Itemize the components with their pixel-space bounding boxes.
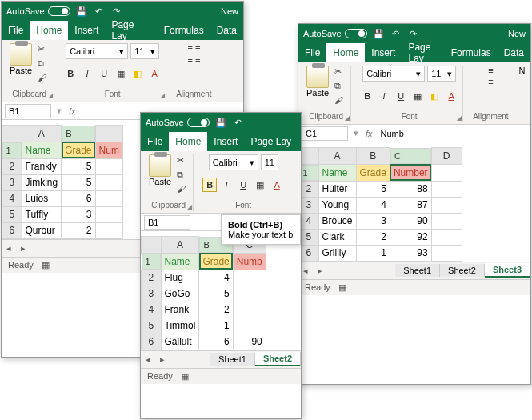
row-header[interactable]: 1	[2, 142, 22, 158]
col-header[interactable]: B	[62, 126, 94, 142]
record-macro-icon[interactable]: ▦	[338, 282, 346, 293]
spreadsheet-grid[interactable]: AB 1NameGradeNum 2Frankly5 3Jimking5 4Lu…	[2, 125, 123, 239]
tab-nav-prev-icon[interactable]: ◂	[141, 354, 155, 365]
col-header[interactable]: D	[431, 148, 462, 165]
copy-icon[interactable]: ⧉	[35, 58, 49, 70]
menu-pagelayout[interactable]: Page Lay	[244, 132, 298, 151]
col-header[interactable]	[95, 126, 122, 142]
cell[interactable]: 4	[199, 270, 233, 286]
dialog-launcher-icon[interactable]: ◢	[457, 114, 462, 122]
row-header[interactable]: 5	[142, 318, 162, 334]
format-painter-icon[interactable]: 🖌	[174, 183, 188, 194]
sheet-tab[interactable]: Sheet1	[395, 264, 440, 277]
row-header[interactable]: 5	[2, 206, 22, 222]
tab-nav-next-icon[interactable]: ▸	[16, 243, 30, 254]
menu-home[interactable]: Home	[326, 43, 365, 62]
menu-file[interactable]: File	[141, 132, 169, 151]
cell[interactable]: Gallult	[161, 334, 199, 350]
cell[interactable]: 3	[356, 213, 390, 229]
italic-button[interactable]: I	[220, 178, 233, 191]
undo-icon[interactable]: ↶	[232, 118, 245, 128]
cell[interactable]: 90	[390, 213, 431, 229]
autosave-toggle[interactable]: AutoSave	[6, 6, 70, 16]
cell[interactable]: Clark	[318, 229, 356, 245]
cell[interactable]: Hulter	[318, 181, 356, 197]
cell[interactable]: Timmol	[161, 318, 199, 334]
font-name-select[interactable]: Calibri▾	[66, 43, 128, 59]
row-header[interactable]: 1	[299, 165, 318, 181]
sheet-tab[interactable]: Sheet2	[440, 264, 485, 277]
cut-icon[interactable]: ✂	[174, 154, 188, 166]
underline-button[interactable]: U	[98, 67, 110, 80]
record-macro-icon[interactable]: ▦	[42, 260, 50, 270]
cell[interactable]: 3	[62, 206, 95, 222]
italic-button[interactable]: I	[378, 90, 390, 102]
fx-cancel-icon[interactable]: ▾	[54, 106, 64, 116]
cell[interactable]: Griilly	[318, 245, 356, 261]
name-box[interactable]: C1	[302, 126, 348, 141]
col-header[interactable]: C	[390, 148, 431, 164]
row-header[interactable]: 6	[2, 222, 22, 238]
name-box[interactable]: B1	[144, 215, 190, 230]
col-header[interactable]: A	[161, 237, 199, 254]
cell[interactable]: Grade	[62, 142, 95, 158]
underline-button[interactable]: U	[237, 178, 250, 191]
menu-pagelayout[interactable]: Page Lay	[105, 21, 157, 40]
cell[interactable]: 6	[199, 334, 233, 350]
cell[interactable]: Number	[390, 164, 431, 181]
cut-icon[interactable]: ✂	[332, 66, 346, 78]
paste-button[interactable]: Paste	[149, 154, 171, 194]
cell[interactable]: Grade	[199, 253, 233, 270]
row-header[interactable]: 5	[299, 229, 319, 245]
save-icon[interactable]: 💾	[75, 6, 88, 17]
row-header[interactable]: 4	[2, 190, 22, 206]
autosave-switch-icon[interactable]	[48, 6, 70, 16]
row-header[interactable]: 4	[299, 213, 319, 229]
cell[interactable]: 5	[199, 286, 233, 302]
cell[interactable]: 90	[233, 334, 266, 350]
fx-dd-icon[interactable]: ▾	[351, 128, 361, 138]
paste-button[interactable]: Paste	[306, 66, 329, 106]
bold-button[interactable]: B	[361, 90, 374, 102]
col-header[interactable]: A	[318, 148, 356, 165]
cell[interactable]: Name	[22, 142, 62, 158]
align-center-icon[interactable]: ≡	[195, 54, 200, 64]
row-header[interactable]: 2	[142, 270, 162, 286]
cell[interactable]: Frankly	[22, 158, 62, 174]
menu-file[interactable]: File	[298, 43, 326, 62]
cell[interactable]: 2	[356, 229, 390, 245]
dialog-launcher-icon[interactable]: ◢	[187, 203, 192, 210]
row-header[interactable]: 3	[2, 174, 22, 190]
menu-home[interactable]: Home	[169, 132, 207, 151]
row-header[interactable]: 2	[2, 158, 22, 174]
menu-data[interactable]: Data	[210, 21, 243, 40]
tab-nav-prev-icon[interactable]: ◂	[2, 243, 16, 254]
cell[interactable]: Flug	[161, 270, 199, 286]
cell[interactable]: Grade	[356, 164, 390, 181]
format-painter-icon[interactable]: 🖌	[332, 94, 346, 106]
row-header[interactable]: 4	[142, 302, 162, 318]
cell[interactable]: Numb	[233, 253, 266, 270]
font-color-icon[interactable]: A	[270, 178, 283, 191]
cell[interactable]: Brouce	[318, 213, 356, 229]
dialog-launcher-icon[interactable]: ◢	[345, 114, 350, 122]
fill-color-icon[interactable]: ◧	[428, 90, 441, 102]
col-header[interactable]: A	[22, 126, 62, 142]
sheet-tab[interactable]: Sheet1	[210, 353, 255, 366]
cell[interactable]: Tuffly	[22, 206, 62, 222]
sheet-tab[interactable]: Sheet2	[255, 352, 301, 366]
row-header[interactable]: 3	[299, 197, 319, 213]
copy-icon[interactable]: ⧉	[174, 169, 188, 181]
row-header[interactable]: 2	[299, 181, 319, 197]
row-header[interactable]: 6	[299, 245, 319, 261]
cell[interactable]: Luios	[22, 190, 62, 206]
border-icon[interactable]: ▦	[411, 90, 424, 102]
cell[interactable]: 2	[62, 222, 95, 238]
cell[interactable]: 6	[62, 190, 95, 206]
record-macro-icon[interactable]: ▦	[181, 371, 189, 382]
cell[interactable]: Jimking	[22, 174, 62, 190]
row-header[interactable]: 3	[142, 286, 162, 302]
cell[interactable]: Qurour	[22, 222, 62, 238]
formula-input[interactable]: Numb	[378, 129, 530, 138]
cell[interactable]: 92	[390, 229, 431, 245]
